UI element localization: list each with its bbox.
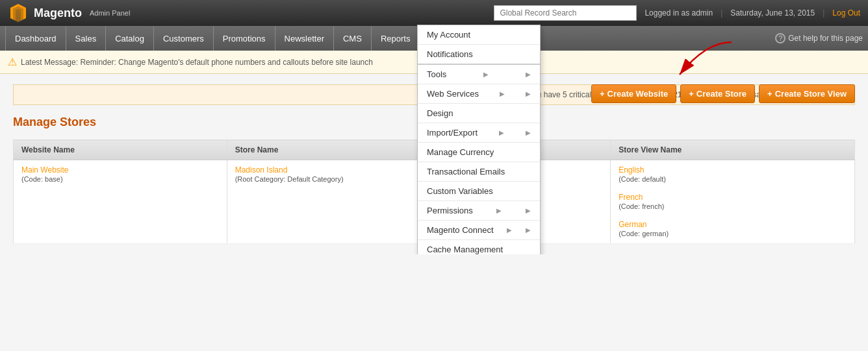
menu-permissions[interactable]: Permissions ▶: [418, 201, 540, 221]
store-view-english: English (Code: default): [619, 165, 847, 184]
create-store-view-label: Create Store View: [775, 89, 847, 99]
menu-custom-variables[interactable]: Custom Variables: [418, 182, 540, 201]
manage-currency-label: Manage Currency: [427, 147, 494, 157]
notifications-label: Notifications: [427, 49, 473, 59]
cache-management-label: Cache Management: [427, 245, 503, 254]
french-link[interactable]: French: [619, 193, 643, 202]
menu-manage-currency[interactable]: Manage Currency: [418, 143, 540, 162]
nav-right-area: ? Get help for this page: [775, 26, 863, 51]
permissions-label: Permissions: [427, 206, 473, 215]
german-link[interactable]: German: [619, 220, 646, 229]
menu-cache-management[interactable]: Cache Management: [418, 240, 540, 254]
warning-icon: ⚠: [8, 56, 17, 68]
action-buttons: + Create Website + Create Store + Create…: [591, 84, 855, 103]
arrow-icon-web-services: ▶: [500, 90, 505, 97]
header-divider-1: |: [721, 8, 722, 18]
website-code: (Code: base): [21, 175, 63, 183]
arrow-icon-import-export: ▶: [499, 129, 504, 136]
menu-import-export[interactable]: Import/Export ▶: [418, 123, 540, 143]
svg-marker-2: [16, 9, 21, 22]
arrow-icon-magento-connect: ▶: [507, 226, 512, 234]
menu-design[interactable]: Design: [418, 104, 540, 123]
magento-connect-label: Magento Connect: [427, 225, 494, 235]
create-website-label: Create Website: [607, 89, 669, 99]
store-views-cell: English (Code: default) French (Code: fr…: [611, 160, 855, 244]
logo-subtitle: Admin Panel: [90, 9, 130, 17]
menu-notifications[interactable]: Notifications: [418, 45, 540, 65]
create-store-label: Create Store: [696, 89, 747, 99]
system-dropdown-menu: My Account Notifications Tools ▶ Web Ser…: [417, 25, 541, 254]
tools-label: Tools: [427, 69, 446, 79]
store-view-french: French (Code: french): [619, 193, 847, 211]
help-label: Get help for this page: [788, 34, 863, 43]
nav-catalog[interactable]: Catalog: [106, 26, 154, 51]
nav-customers[interactable]: Customers: [154, 26, 214, 51]
date-info: Saturday, June 13, 2015: [730, 8, 815, 18]
plus-icon-website: +: [600, 89, 605, 99]
design-label: Design: [427, 108, 453, 118]
store-view-german: German (Code: german): [619, 220, 847, 238]
magento-logo-icon: [8, 3, 29, 23]
global-search-input[interactable]: [494, 5, 637, 21]
message-text: Latest Message: Reminder: Change Magento…: [21, 58, 373, 67]
help-circle-icon: ?: [775, 33, 785, 43]
import-export-label: Import/Export: [427, 128, 478, 138]
nav-promotions[interactable]: Promotions: [214, 26, 275, 51]
main-website-link[interactable]: Main Website: [21, 165, 68, 175]
my-account-label: My Account: [427, 30, 470, 40]
transactional-emails-label: Transactional Emails: [427, 167, 505, 176]
col-website-name: Website Name: [14, 140, 227, 160]
plus-icon-store: +: [689, 89, 694, 99]
store-code: (Root Category: Default Category): [235, 175, 344, 183]
create-store-button[interactable]: + Create Store: [680, 84, 755, 103]
nav-sales[interactable]: Sales: [66, 26, 107, 51]
french-code: (Code: french): [619, 202, 664, 210]
menu-my-account[interactable]: My Account: [418, 25, 540, 45]
logo-brand: Magento: [34, 6, 82, 20]
web-services-label: Web Services: [427, 89, 479, 99]
menu-web-services[interactable]: Web Services ▶: [418, 84, 540, 104]
nav-newsletter[interactable]: Newsletter: [275, 26, 334, 51]
english-code: (Code: default): [619, 175, 666, 183]
english-link[interactable]: English: [619, 165, 644, 175]
logout-link[interactable]: Log Out: [832, 8, 860, 18]
header-right: Logged in as admin | Saturday, June 13, …: [494, 5, 860, 21]
madison-island-link[interactable]: Madison Island: [235, 165, 288, 175]
nav-dashboard[interactable]: Dashboard: [5, 26, 66, 51]
header-divider-2: |: [823, 8, 824, 18]
create-store-view-button[interactable]: + Create Store View: [759, 84, 855, 103]
header: Magento Admin Panel Logged in as admin |…: [0, 0, 868, 26]
arrow-icon-tools: ▶: [483, 71, 489, 78]
german-code: (Code: german): [619, 230, 669, 237]
col-store-view-name: Store View Name: [611, 140, 855, 160]
menu-magento-connect[interactable]: Magento Connect ▶: [418, 221, 540, 240]
plus-icon-storeview: +: [767, 89, 772, 99]
logo-area: Magento Admin Panel: [8, 3, 130, 23]
nav-cms[interactable]: CMS: [334, 26, 372, 51]
custom-variables-label: Custom Variables: [427, 186, 493, 196]
arrow-icon-permissions: ▶: [496, 207, 502, 214]
menu-transactional-emails[interactable]: Transactional Emails: [418, 162, 540, 182]
help-link[interactable]: ? Get help for this page: [775, 33, 863, 43]
user-info: Logged in as admin: [645, 8, 713, 18]
menu-tools[interactable]: Tools ▶: [418, 65, 540, 84]
website-name-cell: Main Website (Code: base): [14, 160, 227, 244]
create-website-button[interactable]: + Create Website: [591, 84, 676, 103]
nav-reports[interactable]: Reports: [372, 26, 420, 51]
